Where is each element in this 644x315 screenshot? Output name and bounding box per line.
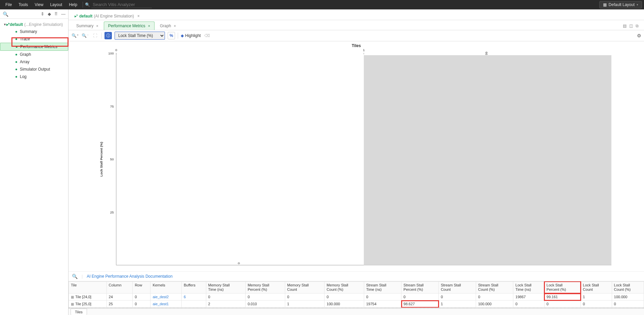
info-icon[interactable]: ⓘ	[104, 32, 112, 39]
tab-summary[interactable]: Summary×	[72, 22, 103, 30]
menu-file[interactable]: File	[2, 1, 15, 8]
bottom-tabs: Tiles	[69, 308, 644, 315]
cell-msc: 1	[285, 301, 325, 308]
th-stream-stall-percent-[interactable]: Stream StallPercent (%)	[401, 281, 439, 293]
cell-row[interactable]: 0	[133, 293, 151, 301]
close-icon[interactable]: ×	[148, 24, 150, 28]
cell-kernels[interactable]: aie_dest2	[151, 293, 182, 301]
th-memory-stall-percent-[interactable]: Memory StallPercent (%)	[246, 281, 285, 293]
chevron-down-icon: ▾	[4, 23, 6, 26]
cell-sst: 19754	[364, 301, 401, 308]
sidebar-item-label: Graph	[20, 52, 31, 57]
th-stream-stall-count[interactable]: Stream StallCount	[439, 281, 476, 293]
tab-graph[interactable]: Graph×	[156, 22, 180, 30]
cell-ssp: 98.627	[401, 301, 439, 308]
highlight-button[interactable]: ◆ Highlight	[181, 33, 201, 38]
close-icon[interactable]: ×	[174, 24, 176, 28]
zoom-out-icon[interactable]: 🔍⁻	[81, 32, 89, 39]
th-tile[interactable]: Tile	[69, 281, 107, 293]
sidebar-item-summary[interactable]: Summary	[0, 28, 68, 35]
close-icon[interactable]: ×	[137, 14, 140, 18]
close-icon[interactable]: ×	[96, 24, 98, 28]
view-tabs: Summary× Performance Metrics× Graph× ▤ ◫…	[69, 20, 644, 30]
menu-view[interactable]: View	[31, 1, 47, 8]
status-dot	[16, 46, 17, 48]
cell-kernels[interactable]: aie_dest1	[151, 301, 182, 308]
popout-icon[interactable]: ⧉	[636, 24, 639, 28]
sidebar-item-label: Summary	[20, 29, 37, 34]
cell-tile[interactable]: ▦Tile [24,0]	[69, 293, 107, 301]
highlight-icon: ◆	[181, 33, 184, 38]
cell-col[interactable]: 24	[106, 293, 133, 301]
th-stream-stall-count-[interactable]: Stream StallCount (%)	[476, 281, 513, 293]
svg-text:0: 0	[115, 48, 117, 52]
th-lock-stall-time-ns-[interactable]: Lock StallTime (ns)	[513, 281, 544, 293]
th-lock-stall-count-[interactable]: Lock StallCount (%)	[612, 281, 644, 293]
tab-performance-metrics[interactable]: Performance Metrics×	[104, 22, 155, 30]
cell-sscp: 100.000	[476, 301, 513, 308]
fit-icon[interactable]: ⛶	[91, 32, 99, 39]
cell-msp: 0	[246, 293, 285, 301]
table-row[interactable]: ▦Tile [24,0]240aie_dest26000000001986799…	[69, 293, 644, 301]
th-memory-stall-time-ns-[interactable]: Memory StallTime (ns)	[206, 281, 246, 293]
th-row[interactable]: Row	[133, 281, 151, 293]
cell-mscp: 0	[325, 293, 364, 301]
cell-ssp: 0	[401, 293, 439, 301]
th-column[interactable]: Column	[106, 281, 133, 293]
th-kernels[interactable]: Kernels	[151, 281, 182, 293]
percent-toggle[interactable]: %	[168, 32, 175, 39]
sidebar-item-label: Simulator Output	[20, 67, 50, 72]
cell-mscp: 100.000	[325, 301, 364, 308]
clear-highlight-icon[interactable]: ⌫	[204, 32, 211, 39]
minimize-icon[interactable]: —	[61, 11, 66, 16]
menu-layout[interactable]: Layout	[47, 1, 66, 8]
sort-icon[interactable]: ◆	[48, 11, 51, 16]
th-memory-stall-count-[interactable]: Memory StallCount (%)	[325, 281, 364, 293]
sidebar-item-trace[interactable]: Trace	[0, 35, 68, 43]
chevron-down-icon: ▾	[637, 3, 638, 6]
menu-tools[interactable]: Tools	[15, 1, 31, 8]
table-row[interactable]: ▦Tile [25,0]250aie_dest120.0101100.00019…	[69, 301, 644, 308]
sidebar-item-log[interactable]: Log	[0, 73, 68, 80]
th-buffers[interactable]: Buffers	[181, 281, 206, 293]
cell-lsc: 0	[581, 301, 612, 308]
doc-tab-default[interactable]: ▸▸ default (AI Engine Simulation) ×	[72, 12, 142, 20]
split-icon[interactable]: ◫	[629, 24, 633, 28]
sidebar-item-simulator-output[interactable]: Simulator Output	[0, 66, 68, 73]
svg-text:100: 100	[108, 51, 114, 55]
sidebar-item-graph[interactable]: Graph	[0, 51, 68, 58]
cell-tile[interactable]: ▦Tile [25,0]	[69, 301, 107, 308]
sidebar-item-array[interactable]: Array	[0, 58, 68, 66]
svg-text:99: 99	[485, 52, 488, 55]
search-input[interactable]	[91, 1, 152, 8]
menu-help[interactable]: Help	[66, 1, 81, 8]
th-stream-stall-time-ns-[interactable]: Stream StallTime (ns)	[364, 281, 401, 293]
global-search[interactable]: 🔍	[85, 1, 152, 8]
sidebar-search-icon[interactable]: 🔍	[3, 11, 8, 17]
cell-sst: 0	[364, 293, 401, 301]
content: ▸▸ default (AI Engine Simulation) × Summ…	[69, 9, 644, 315]
panel-layout-icon[interactable]: ▤	[623, 24, 627, 28]
cell-col[interactable]: 25	[106, 301, 133, 308]
tree-run-root[interactable]: ▾ ▸▸ default (...Engine Simulation)	[0, 21, 68, 28]
tree-icon[interactable]: ⠿	[54, 11, 58, 16]
collapse-expand-icon[interactable]: ⇕	[41, 11, 44, 16]
th-memory-stall-count[interactable]: Memory StallCount	[285, 281, 325, 293]
metric-select[interactable]: Lock Stall Time (%)	[115, 32, 165, 40]
cell-sscp: 0	[476, 293, 513, 301]
cell-lsp: 0	[544, 301, 581, 308]
default-layout-button[interactable]: ▦ Default Layout ▾	[599, 1, 642, 8]
separator	[83, 2, 83, 8]
docs-link-row: 🔍 | AI Engine Performance Analysis Docum…	[69, 271, 644, 281]
sidebar-item-performance-metrics[interactable]: Performance Metrics	[0, 43, 68, 51]
th-lock-stall-count[interactable]: Lock StallCount	[581, 281, 612, 293]
settings-icon[interactable]: ⚙	[637, 33, 641, 38]
cell-lscp: 100.000	[612, 293, 644, 301]
cell-msp: 0.010	[246, 301, 285, 308]
bottom-tab-tiles[interactable]: Tiles	[71, 309, 87, 315]
search-icon[interactable]: 🔍	[72, 274, 78, 279]
zoom-in-icon[interactable]: 🔍⁺	[71, 32, 79, 39]
docs-link[interactable]: AI Engine Performance Analysis Documenta…	[87, 274, 172, 279]
th-lock-stall-percent-[interactable]: Lock StallPercent (%)	[544, 281, 581, 293]
cell-row[interactable]: 0	[133, 301, 151, 308]
